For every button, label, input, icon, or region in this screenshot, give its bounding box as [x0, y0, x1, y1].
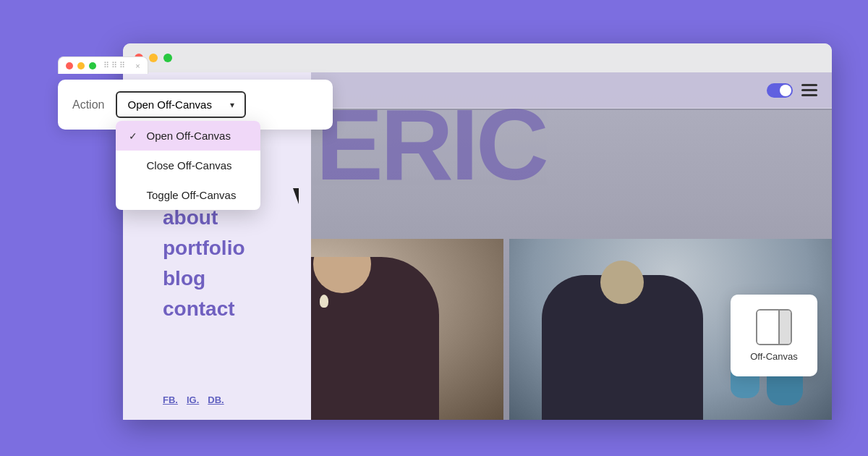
action-label: Action	[72, 98, 104, 111]
empty-check-2	[129, 190, 140, 201]
dropdown-menu: ✓ Open Off-Canvas Close Off-Canvas Toggl…	[116, 121, 260, 210]
close-dot[interactable]	[66, 62, 73, 69]
menu-line-3	[801, 94, 817, 96]
minimize-dot[interactable]	[77, 62, 85, 69]
blog-label: blog	[163, 267, 205, 290]
mini-toolbar: ⠿ ⠿ ⠿ ×	[58, 56, 148, 74]
dropdown-item-toggle[interactable]: Toggle Off-Canvas	[116, 180, 260, 210]
dropdown-arrow-icon: ▾	[230, 100, 234, 110]
browser-expand-dot[interactable]	[163, 54, 172, 62]
offcanvas-icon-left	[757, 311, 778, 344]
action-toolbar: ⠿ ⠿ ⠿ × Action Open Off-Canvas ▾ ✓ Open …	[58, 80, 333, 130]
menu-line-1	[801, 84, 817, 86]
browser-topbar	[123, 43, 832, 72]
offcanvas-icon-right	[778, 311, 791, 344]
offcanvas-label: Off-Canvas	[750, 351, 798, 362]
check-icon: ✓	[129, 130, 140, 142]
close-icon[interactable]: ×	[135, 62, 140, 70]
earring-detail	[320, 295, 328, 308]
sidebar-item-contact[interactable]: contact	[163, 294, 311, 324]
toggle-knob	[780, 85, 791, 96]
person-figure-right	[542, 275, 703, 420]
social-link-db[interactable]: DB.	[208, 394, 224, 405]
dropdown-item-open[interactable]: ✓ Open Off-Canvas	[116, 121, 260, 151]
portfolio-label: portfolio	[163, 237, 245, 259]
dropdown-item-close[interactable]: Close Off-Canvas	[116, 151, 260, 180]
dropdown-selected-value: Open Off-Canvas	[127, 98, 211, 111]
dropdown-item-label-3: Toggle Off-Canvas	[146, 189, 236, 201]
site-nav-right	[767, 83, 817, 98]
action-dropdown-button[interactable]: Open Off-Canvas ▾	[116, 91, 246, 118]
social-link-ig[interactable]: IG.	[187, 394, 199, 405]
drag-icon: ⠿ ⠿ ⠿	[103, 61, 125, 70]
sidebar-social-links: FB. IG. DB.	[163, 394, 224, 405]
action-dropdown: Open Off-Canvas ▾ ✓ Open Off-Canvas Clos…	[116, 91, 246, 118]
dropdown-item-label-1: Open Off-Canvas	[146, 130, 230, 142]
toggle-button[interactable]	[767, 83, 793, 98]
sidebar-item-blog[interactable]: blog	[163, 263, 311, 294]
sidebar-item-portfolio[interactable]: portfolio	[163, 233, 311, 263]
browser-wrapper: ⠿ ⠿ ⠿ × Action Open Off-Canvas ▾ ✓ Open …	[36, 43, 832, 420]
expand-dot[interactable]	[89, 62, 96, 69]
offcanvas-tooltip: Off-Canvas	[731, 295, 817, 376]
dropdown-item-label-2: Close Off-Canvas	[146, 159, 231, 172]
offcanvas-icon	[756, 309, 792, 345]
menu-line-2	[801, 89, 817, 91]
social-link-fb[interactable]: FB.	[163, 394, 178, 405]
contact-label: contact	[163, 297, 235, 320]
hamburger-menu[interactable]	[801, 84, 817, 96]
browser-minimize-dot[interactable]	[149, 54, 158, 62]
empty-check-1	[129, 160, 140, 172]
